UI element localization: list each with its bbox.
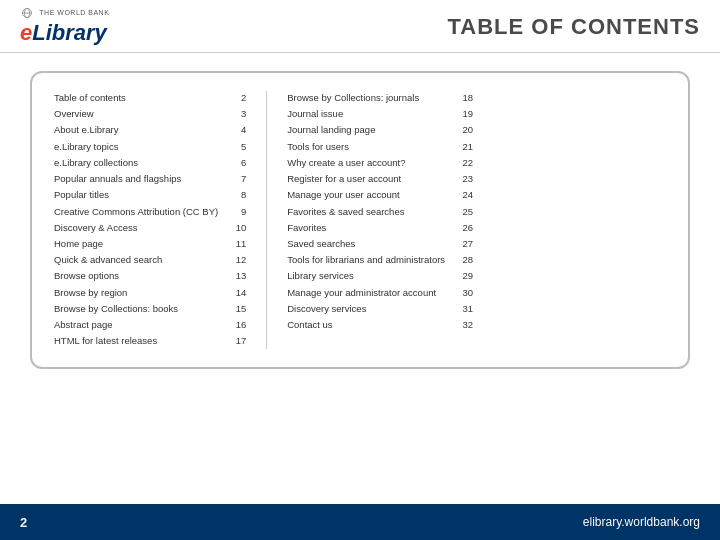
toc-item-label: Manage your user account (287, 188, 445, 203)
toc-item-number: 9 (241, 205, 246, 220)
toc-left-numbers: 234567891011121314151617 (228, 91, 246, 349)
toc-item-number: 10 (236, 221, 247, 236)
toc-item-label: Library services (287, 269, 445, 284)
toc-right-section: Browse by Collections: journalsJournal i… (287, 91, 473, 349)
toc-item-number: 7 (241, 172, 246, 187)
world-bank-label: THE WORLD BANK (20, 8, 109, 18)
toc-item-label: Why create a user account? (287, 156, 445, 171)
toc-item-label: Saved searches (287, 237, 445, 252)
toc-item-label: Abstract page (54, 318, 218, 333)
toc-right-labels: Browse by Collections: journalsJournal i… (287, 91, 445, 349)
toc-item-number: 12 (236, 253, 247, 268)
toc-item-label: Favorites & saved searches (287, 205, 445, 220)
toc-item-number: 4 (241, 123, 246, 138)
toc-item-label: Popular annuals and flagships (54, 172, 218, 187)
toc-item-label: Discovery services (287, 302, 445, 317)
toc-item-label: Browse by Collections: journals (287, 91, 445, 106)
toc-item-label: Overview (54, 107, 218, 122)
toc-item-number: 18 (463, 91, 474, 106)
toc-right-numbers: 181920212223242526272829303132 (455, 91, 473, 349)
toc-item-label: Home page (54, 237, 218, 252)
toc-item-number: 22 (463, 156, 474, 171)
footer-page-number: 2 (20, 515, 27, 530)
toc-left-section: Table of contentsOverviewAbout e.Library… (54, 91, 246, 349)
toc-item-number: 21 (463, 140, 474, 155)
toc-item-number: 26 (463, 221, 474, 236)
toc-item-number: 24 (463, 188, 474, 203)
toc-item-number: 30 (463, 286, 474, 301)
toc-item-number: 5 (241, 140, 246, 155)
toc-item-number: 23 (463, 172, 474, 187)
toc-item-label: Manage your administrator account (287, 286, 445, 301)
page-title: TABLE OF CONTENTS (448, 14, 700, 39)
toc-item-number: 14 (236, 286, 247, 301)
page-title-area: TABLE OF CONTENTS (109, 14, 700, 40)
toc-item-label: Creative Commons Attribution (CC BY) (54, 205, 218, 220)
toc-item-number: 20 (463, 123, 474, 138)
toc-item-label: Journal issue (287, 107, 445, 122)
toc-item-label: e.Library collections (54, 156, 218, 171)
toc-item-number: 29 (463, 269, 474, 284)
toc-item-label: HTML for latest releases (54, 334, 218, 349)
toc-item-label: Table of contents (54, 91, 218, 106)
toc-item-number: 31 (463, 302, 474, 317)
toc-item-label: Tools for librarians and administrators (287, 253, 445, 268)
toc-item-number: 2 (241, 91, 246, 106)
toc-item-number: 13 (236, 269, 247, 284)
toc-item-label: Contact us (287, 318, 445, 333)
toc-item-number: 25 (463, 205, 474, 220)
toc-divider (266, 91, 267, 349)
toc-item-number: 19 (463, 107, 474, 122)
toc-item-label: About e.Library (54, 123, 218, 138)
toc-item-number: 3 (241, 107, 246, 122)
logo-library: Library (32, 20, 107, 46)
footer-url: elibrary.worldbank.org (583, 515, 700, 529)
toc-item-label: Browse by Collections: books (54, 302, 218, 317)
header: THE WORLD BANK eLibrary TABLE OF CONTENT… (0, 0, 720, 53)
toc-item-label: Browse by region (54, 286, 218, 301)
toc-item-label: Quick & advanced search (54, 253, 218, 268)
toc-item-number: 8 (241, 188, 246, 203)
toc-item-number: 15 (236, 302, 247, 317)
toc-item-label: Tools for users (287, 140, 445, 155)
toc-item-number: 16 (236, 318, 247, 333)
toc-item-number: 11 (236, 237, 247, 252)
logo-area: THE WORLD BANK eLibrary (20, 8, 109, 46)
logo: eLibrary (20, 20, 109, 46)
toc-item-label: Journal landing page (287, 123, 445, 138)
toc-item-number: 32 (463, 318, 474, 333)
toc-item-number: 17 (236, 334, 247, 349)
main-content: Table of contentsOverviewAbout e.Library… (0, 53, 720, 379)
footer: 2 elibrary.worldbank.org (0, 504, 720, 540)
logo-e: e (20, 20, 32, 46)
toc-item-number: 28 (463, 253, 474, 268)
toc-box: Table of contentsOverviewAbout e.Library… (30, 71, 690, 369)
toc-item-label: Popular titles (54, 188, 218, 203)
toc-left-labels: Table of contentsOverviewAbout e.Library… (54, 91, 218, 349)
toc-item-label: Discovery & Access (54, 221, 218, 236)
toc-item-label: Register for a user account (287, 172, 445, 187)
toc-item-number: 6 (241, 156, 246, 171)
toc-item-label: e.Library topics (54, 140, 218, 155)
toc-item-label: Browse options (54, 269, 218, 284)
toc-item-number: 27 (463, 237, 474, 252)
toc-item-label: Favorites (287, 221, 445, 236)
